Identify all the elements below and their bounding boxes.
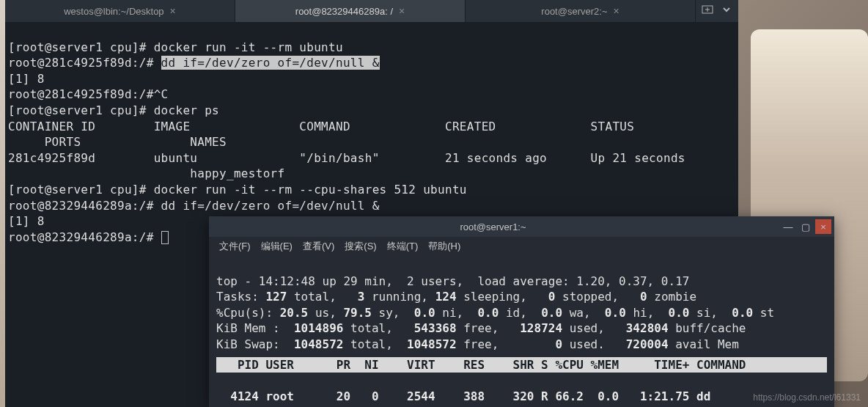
cmd: docker run -it --rm ubuntu [154,40,343,54]
prompt: root@82329446289a:/# [8,230,161,244]
output: root@82329446289a:/# dd if=/dev/zero of=… [8,199,380,213]
docker-header: PORTS NAMES [8,135,227,149]
menu-search[interactable]: 搜索(S) [340,238,380,254]
new-tab-icon[interactable] [702,4,713,18]
prompt: root@281c4925f89d:/# [8,56,161,70]
prompt: [root@server1 cpu]# [8,40,154,54]
docker-header: CONTAINER ID IMAGE COMMAND CREATED STATU… [8,120,736,133]
close-icon[interactable]: × [613,5,619,17]
menu-edit[interactable]: 编辑(E) [257,238,297,254]
tab-1[interactable]: westos@lbin:~/Desktop× [5,0,235,22]
cmd-highlighted: dd if=/dev/zero of=/dev/null & [161,56,380,70]
close-icon[interactable]: × [170,5,176,17]
menu-down-icon[interactable] [721,4,732,18]
tab-label: root@82329446289a: / [295,6,393,17]
menu-view[interactable]: 查看(V) [298,238,339,254]
window-title: root@server1:~ [209,221,777,232]
top-cpu: %Cpu(s): 20.5 us, 79.5 sy, 0.0 ni, 0.0 i… [216,306,774,320]
close-icon[interactable]: × [815,219,831,234]
tab-3[interactable]: root@server2:~× [466,0,696,22]
top-swap: KiB Swap: 1048572 total, 1048572 free, 0… [216,337,746,351]
top-tasks: Tasks: 127 total, 3 running, 124 sleepin… [216,290,696,304]
process-row: 4124 root 20 0 2544 388 320 R 66.2 0.0 1… [216,389,781,403]
cursor [161,231,169,244]
close-icon[interactable]: × [399,5,405,17]
terminal-window-top: root@server1:~ — ▢ × 文件(F) 编辑(E) 查看(V) 搜… [209,216,834,407]
maximize-icon[interactable]: ▢ [798,219,814,234]
titlebar[interactable]: root@server1:~ — ▢ × [209,216,834,237]
minimize-icon[interactable]: — [780,219,796,234]
cmd: docker ps [154,103,219,117]
window-buttons: — ▢ × [777,219,834,234]
prompt: [root@server1 cpu]# [8,183,154,197]
cmd: docker run -it --rm --cpu-shares 512 ubu… [154,183,467,197]
menubar: 文件(F) 编辑(E) 查看(V) 搜索(S) 终端(T) 帮助(H) [209,237,834,256]
menu-terminal[interactable]: 终端(T) [383,238,423,254]
docker-row: happy_mestorf [8,166,284,180]
prompt: [root@server1 cpu]# [8,103,154,117]
tab-label: root@server2:~ [541,6,607,17]
output: [1] 8 [8,72,45,86]
watermark: https://blog.csdn.net/l61331 [753,392,861,403]
output: root@281c4925f89d:/#^C [8,87,169,101]
menu-file[interactable]: 文件(F) [215,238,255,254]
tab-label: westos@lbin:~/Desktop [64,6,163,17]
top-summary: top - 14:12:48 up 29 min, 2 users, load … [216,274,689,288]
output: [1] 8 [8,214,45,228]
docker-row: 281c4925f89d ubuntu "/bin/bash" 21 secon… [8,151,736,165]
tab-actions [696,4,738,18]
top-mem: KiB Mem : 1014896 total, 543368 free, 12… [216,321,746,335]
tab-2[interactable]: root@82329446289a: /× [235,0,466,22]
terminal-tabs: westos@lbin:~/Desktop× root@82329446289a… [5,0,738,22]
menu-help[interactable]: 帮助(H) [424,238,465,254]
top-output[interactable]: top - 14:12:48 up 29 min, 2 users, load … [209,256,834,407]
top-header: PID USER PR NI VIRT RES SHR S %CPU %MEM … [216,357,827,373]
